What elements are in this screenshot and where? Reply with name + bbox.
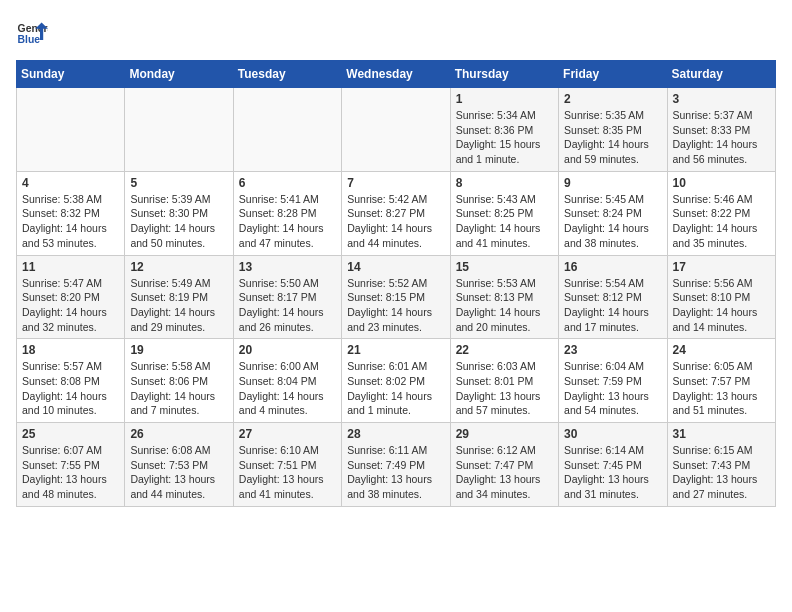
day-cell: 8Sunrise: 5:43 AM Sunset: 8:25 PM Daylig… xyxy=(450,171,558,255)
day-number: 31 xyxy=(673,427,770,441)
day-cell: 23Sunrise: 6:04 AM Sunset: 7:59 PM Dayli… xyxy=(559,339,667,423)
day-number: 27 xyxy=(239,427,336,441)
day-cell: 29Sunrise: 6:12 AM Sunset: 7:47 PM Dayli… xyxy=(450,423,558,507)
day-info: Sunrise: 6:07 AM Sunset: 7:55 PM Dayligh… xyxy=(22,443,119,502)
day-info: Sunrise: 5:42 AM Sunset: 8:27 PM Dayligh… xyxy=(347,192,444,251)
svg-text:Blue: Blue xyxy=(18,34,41,45)
day-number: 28 xyxy=(347,427,444,441)
day-info: Sunrise: 5:38 AM Sunset: 8:32 PM Dayligh… xyxy=(22,192,119,251)
day-number: 13 xyxy=(239,260,336,274)
day-info: Sunrise: 5:58 AM Sunset: 8:06 PM Dayligh… xyxy=(130,359,227,418)
header-cell-thursday: Thursday xyxy=(450,61,558,88)
day-info: Sunrise: 6:04 AM Sunset: 7:59 PM Dayligh… xyxy=(564,359,661,418)
day-cell: 19Sunrise: 5:58 AM Sunset: 8:06 PM Dayli… xyxy=(125,339,233,423)
day-info: Sunrise: 5:57 AM Sunset: 8:08 PM Dayligh… xyxy=(22,359,119,418)
day-cell: 18Sunrise: 5:57 AM Sunset: 8:08 PM Dayli… xyxy=(17,339,125,423)
day-cell: 3Sunrise: 5:37 AM Sunset: 8:33 PM Daylig… xyxy=(667,88,775,172)
day-cell: 15Sunrise: 5:53 AM Sunset: 8:13 PM Dayli… xyxy=(450,255,558,339)
day-number: 9 xyxy=(564,176,661,190)
day-cell xyxy=(125,88,233,172)
week-row-4: 18Sunrise: 5:57 AM Sunset: 8:08 PM Dayli… xyxy=(17,339,776,423)
day-number: 8 xyxy=(456,176,553,190)
day-number: 4 xyxy=(22,176,119,190)
day-cell: 28Sunrise: 6:11 AM Sunset: 7:49 PM Dayli… xyxy=(342,423,450,507)
day-number: 23 xyxy=(564,343,661,357)
header-cell-saturday: Saturday xyxy=(667,61,775,88)
day-cell: 6Sunrise: 5:41 AM Sunset: 8:28 PM Daylig… xyxy=(233,171,341,255)
day-cell: 21Sunrise: 6:01 AM Sunset: 8:02 PM Dayli… xyxy=(342,339,450,423)
day-info: Sunrise: 5:49 AM Sunset: 8:19 PM Dayligh… xyxy=(130,276,227,335)
day-number: 12 xyxy=(130,260,227,274)
day-number: 14 xyxy=(347,260,444,274)
day-info: Sunrise: 5:46 AM Sunset: 8:22 PM Dayligh… xyxy=(673,192,770,251)
day-number: 6 xyxy=(239,176,336,190)
day-cell: 25Sunrise: 6:07 AM Sunset: 7:55 PM Dayli… xyxy=(17,423,125,507)
day-cell: 24Sunrise: 6:05 AM Sunset: 7:57 PM Dayli… xyxy=(667,339,775,423)
day-number: 19 xyxy=(130,343,227,357)
day-info: Sunrise: 5:35 AM Sunset: 8:35 PM Dayligh… xyxy=(564,108,661,167)
day-number: 17 xyxy=(673,260,770,274)
day-info: Sunrise: 5:47 AM Sunset: 8:20 PM Dayligh… xyxy=(22,276,119,335)
header-cell-tuesday: Tuesday xyxy=(233,61,341,88)
day-cell xyxy=(342,88,450,172)
day-cell: 14Sunrise: 5:52 AM Sunset: 8:15 PM Dayli… xyxy=(342,255,450,339)
logo: General Blue xyxy=(16,16,48,48)
day-info: Sunrise: 6:08 AM Sunset: 7:53 PM Dayligh… xyxy=(130,443,227,502)
calendar-table: SundayMondayTuesdayWednesdayThursdayFrid… xyxy=(16,60,776,507)
day-info: Sunrise: 5:34 AM Sunset: 8:36 PM Dayligh… xyxy=(456,108,553,167)
day-info: Sunrise: 5:54 AM Sunset: 8:12 PM Dayligh… xyxy=(564,276,661,335)
day-number: 10 xyxy=(673,176,770,190)
day-cell: 7Sunrise: 5:42 AM Sunset: 8:27 PM Daylig… xyxy=(342,171,450,255)
week-row-1: 1Sunrise: 5:34 AM Sunset: 8:36 PM Daylig… xyxy=(17,88,776,172)
day-cell: 26Sunrise: 6:08 AM Sunset: 7:53 PM Dayli… xyxy=(125,423,233,507)
header: General Blue xyxy=(16,16,776,48)
logo-icon: General Blue xyxy=(16,16,48,48)
day-number: 11 xyxy=(22,260,119,274)
day-info: Sunrise: 6:15 AM Sunset: 7:43 PM Dayligh… xyxy=(673,443,770,502)
day-number: 24 xyxy=(673,343,770,357)
day-cell: 13Sunrise: 5:50 AM Sunset: 8:17 PM Dayli… xyxy=(233,255,341,339)
day-cell xyxy=(17,88,125,172)
header-cell-wednesday: Wednesday xyxy=(342,61,450,88)
day-info: Sunrise: 5:56 AM Sunset: 8:10 PM Dayligh… xyxy=(673,276,770,335)
day-number: 20 xyxy=(239,343,336,357)
day-cell: 4Sunrise: 5:38 AM Sunset: 8:32 PM Daylig… xyxy=(17,171,125,255)
day-number: 26 xyxy=(130,427,227,441)
day-cell: 2Sunrise: 5:35 AM Sunset: 8:35 PM Daylig… xyxy=(559,88,667,172)
day-cell: 12Sunrise: 5:49 AM Sunset: 8:19 PM Dayli… xyxy=(125,255,233,339)
week-row-2: 4Sunrise: 5:38 AM Sunset: 8:32 PM Daylig… xyxy=(17,171,776,255)
week-row-5: 25Sunrise: 6:07 AM Sunset: 7:55 PM Dayli… xyxy=(17,423,776,507)
day-cell: 17Sunrise: 5:56 AM Sunset: 8:10 PM Dayli… xyxy=(667,255,775,339)
day-number: 22 xyxy=(456,343,553,357)
day-number: 3 xyxy=(673,92,770,106)
day-cell: 31Sunrise: 6:15 AM Sunset: 7:43 PM Dayli… xyxy=(667,423,775,507)
day-info: Sunrise: 6:14 AM Sunset: 7:45 PM Dayligh… xyxy=(564,443,661,502)
day-number: 16 xyxy=(564,260,661,274)
day-cell: 27Sunrise: 6:10 AM Sunset: 7:51 PM Dayli… xyxy=(233,423,341,507)
day-number: 5 xyxy=(130,176,227,190)
day-info: Sunrise: 6:00 AM Sunset: 8:04 PM Dayligh… xyxy=(239,359,336,418)
day-info: Sunrise: 5:52 AM Sunset: 8:15 PM Dayligh… xyxy=(347,276,444,335)
day-number: 21 xyxy=(347,343,444,357)
day-info: Sunrise: 5:50 AM Sunset: 8:17 PM Dayligh… xyxy=(239,276,336,335)
day-number: 7 xyxy=(347,176,444,190)
day-info: Sunrise: 6:05 AM Sunset: 7:57 PM Dayligh… xyxy=(673,359,770,418)
header-row: SundayMondayTuesdayWednesdayThursdayFrid… xyxy=(17,61,776,88)
day-number: 30 xyxy=(564,427,661,441)
day-number: 2 xyxy=(564,92,661,106)
day-info: Sunrise: 6:03 AM Sunset: 8:01 PM Dayligh… xyxy=(456,359,553,418)
day-cell: 22Sunrise: 6:03 AM Sunset: 8:01 PM Dayli… xyxy=(450,339,558,423)
day-cell: 9Sunrise: 5:45 AM Sunset: 8:24 PM Daylig… xyxy=(559,171,667,255)
day-number: 25 xyxy=(22,427,119,441)
day-cell xyxy=(233,88,341,172)
day-cell: 20Sunrise: 6:00 AM Sunset: 8:04 PM Dayli… xyxy=(233,339,341,423)
day-info: Sunrise: 6:10 AM Sunset: 7:51 PM Dayligh… xyxy=(239,443,336,502)
day-cell: 1Sunrise: 5:34 AM Sunset: 8:36 PM Daylig… xyxy=(450,88,558,172)
day-number: 1 xyxy=(456,92,553,106)
day-info: Sunrise: 5:41 AM Sunset: 8:28 PM Dayligh… xyxy=(239,192,336,251)
day-info: Sunrise: 5:37 AM Sunset: 8:33 PM Dayligh… xyxy=(673,108,770,167)
day-info: Sunrise: 5:53 AM Sunset: 8:13 PM Dayligh… xyxy=(456,276,553,335)
day-number: 18 xyxy=(22,343,119,357)
header-cell-monday: Monday xyxy=(125,61,233,88)
day-info: Sunrise: 5:39 AM Sunset: 8:30 PM Dayligh… xyxy=(130,192,227,251)
